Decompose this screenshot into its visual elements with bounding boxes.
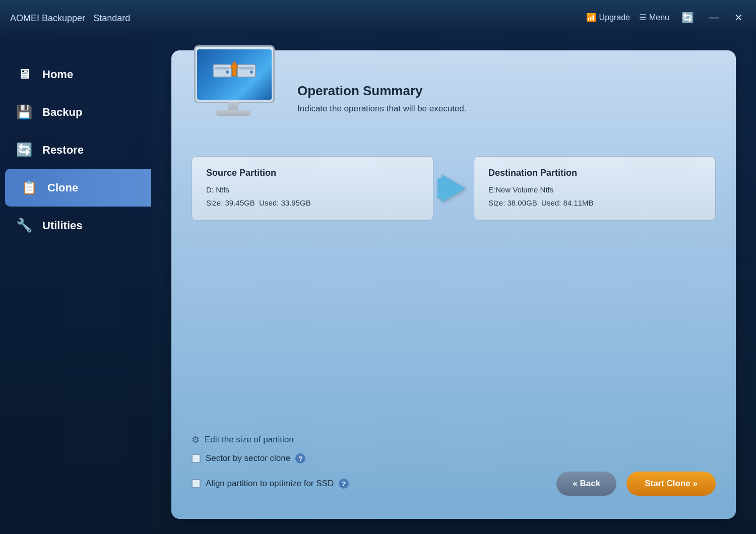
source-partition-box: Source Partition D: Ntfs Size: 39.45GB U… <box>192 156 433 221</box>
sidebar-item-backup[interactable]: 💾 Backup <box>0 93 151 131</box>
align-help-icon[interactable]: ? <box>339 479 349 489</box>
svg-point-2 <box>226 71 229 74</box>
panel-title: Operation Summary <box>297 83 467 99</box>
partitions-row: Source Partition D: Ntfs Size: 39.45GB U… <box>192 156 716 221</box>
start-clone-button[interactable]: Start Clone » <box>626 472 716 496</box>
panel-header-text: Operation Summary Indicate the operation… <box>297 83 467 114</box>
align-ssd-label: Align partition to optimize for SSD <box>206 479 334 489</box>
sidebar-clone-label: Clone <box>47 181 78 194</box>
upgrade-label: Upgrade <box>599 13 630 22</box>
home-icon: 🖥 <box>15 66 33 82</box>
source-size: Size: 39.45GB <box>206 198 255 207</box>
app-title: AOMEI Backupper Standard <box>10 11 586 24</box>
edit-size-link[interactable]: Edit the size of partition <box>205 435 294 445</box>
sidebar-backup-label: Backup <box>42 106 82 119</box>
destination-used: Used: 84.11MB <box>541 198 593 207</box>
edit-size-option: ⚙ Edit the size of partition <box>192 434 716 445</box>
back-button[interactable]: « Back <box>556 472 616 496</box>
back-label: « Back <box>573 479 600 489</box>
backup-icon: 💾 <box>15 104 33 120</box>
blue-panel: Operation Summary Indicate the operation… <box>171 50 736 519</box>
start-clone-label: Start Clone » <box>645 479 698 489</box>
refresh-button[interactable]: 🔄 <box>678 11 697 25</box>
panel-icon <box>192 45 282 131</box>
titlebar: AOMEI Backupper Standard 📶 Upgrade ☰ Men… <box>0 0 756 35</box>
align-ssd-option: Align partition to optimize for SSD ? « … <box>192 472 716 496</box>
destination-partition-box: Destination Partition E:New Volume Ntfs … <box>474 156 716 221</box>
sector-clone-checkbox[interactable] <box>192 454 201 463</box>
utilities-icon: 🔧 <box>15 218 33 233</box>
sector-help-icon[interactable]: ? <box>295 453 305 463</box>
menu-icon: ☰ <box>639 13 646 22</box>
arrow-between <box>433 174 474 203</box>
sidebar-home-label: Home <box>42 68 73 81</box>
sidebar: 🖥 Home 💾 Backup 🔄 Restore 📋 Clone 🔧 Util… <box>0 35 151 534</box>
sidebar-utilities-label: Utilities <box>42 219 82 232</box>
main-layout: 🖥 Home 💾 Backup 🔄 Restore 📋 Clone 🔧 Util… <box>0 35 756 534</box>
sidebar-item-utilities[interactable]: 🔧 Utilities <box>0 207 151 244</box>
app-edition: Standard <box>93 13 130 23</box>
minimize-button[interactable]: — <box>706 11 722 24</box>
upgrade-button[interactable]: 📶 Upgrade <box>586 13 630 22</box>
clone-icon: 📋 <box>20 180 38 195</box>
svg-point-5 <box>250 71 253 74</box>
panel-header: Operation Summary Indicate the operation… <box>192 50 716 151</box>
svg-rect-1 <box>215 67 229 70</box>
sidebar-item-clone[interactable]: 📋 Clone <box>5 169 151 207</box>
svg-rect-0 <box>213 64 231 77</box>
content-area: Operation Summary Indicate the operation… <box>151 35 756 534</box>
source-used: Used: 33.95GB <box>259 198 311 207</box>
svg-rect-4 <box>239 67 254 70</box>
panel-subtitle: Indicate the operations that will be exe… <box>297 104 467 114</box>
source-heading: Source Partition <box>206 168 419 178</box>
destination-filesystem: E:New Volume Ntfs <box>488 185 553 194</box>
direction-arrow-icon <box>442 174 466 203</box>
close-button[interactable]: ✕ <box>731 11 746 25</box>
menu-button[interactable]: ☰ Menu <box>639 13 669 22</box>
destination-size: Size: 38.00GB <box>488 198 537 207</box>
source-filesystem: D: Ntfs <box>206 185 229 194</box>
sidebar-restore-label: Restore <box>42 144 84 157</box>
titlebar-actions: 📶 Upgrade ☰ Menu 🔄 — ✕ <box>586 11 746 25</box>
restore-icon: 🔄 <box>15 142 33 158</box>
options-section: ⚙ Edit the size of partition Sector by s… <box>192 424 716 504</box>
sidebar-item-home[interactable]: 🖥 Home <box>0 55 151 93</box>
upgrade-icon: 📶 <box>586 13 596 22</box>
menu-label: Menu <box>649 13 669 22</box>
destination-heading: Destination Partition <box>488 168 701 178</box>
app-name: AOMEI Backupper <box>10 13 85 23</box>
sector-clone-label: Sector by sector clone <box>206 453 290 463</box>
svg-rect-3 <box>237 64 256 77</box>
sector-clone-option: Sector by sector clone ? <box>192 453 716 463</box>
sidebar-item-restore[interactable]: 🔄 Restore <box>0 131 151 169</box>
gear-icon: ⚙ <box>192 434 200 445</box>
align-ssd-checkbox[interactable] <box>192 479 201 488</box>
